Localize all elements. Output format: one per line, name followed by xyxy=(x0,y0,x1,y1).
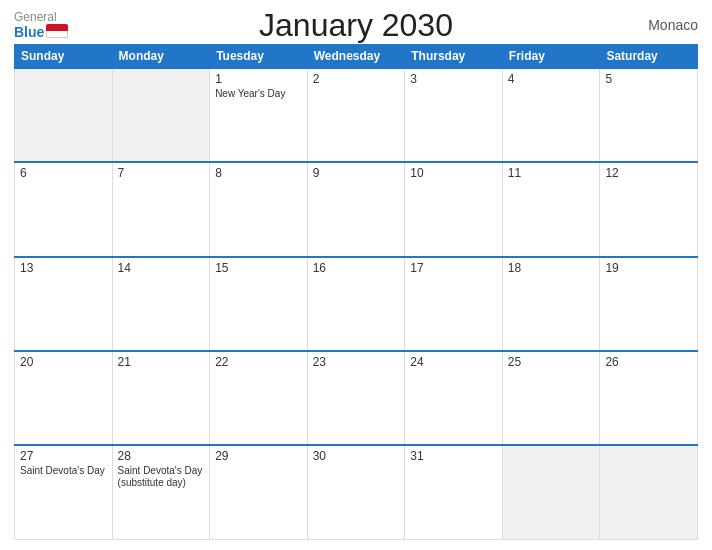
day-number: 12 xyxy=(605,166,692,180)
table-cell xyxy=(502,445,600,539)
region-label: Monaco xyxy=(648,17,698,33)
week-row-4: 20212223242526 xyxy=(15,351,698,445)
table-cell: 8 xyxy=(210,162,308,256)
day-number: 30 xyxy=(313,449,400,463)
day-headers-row: Sunday Monday Tuesday Wednesday Thursday… xyxy=(15,45,698,69)
day-number: 28 xyxy=(118,449,205,463)
table-cell: 27Saint Devota's Day xyxy=(15,445,113,539)
logo-blue-text: Blue xyxy=(14,24,44,40)
day-number: 27 xyxy=(20,449,107,463)
table-cell: 3 xyxy=(405,68,503,162)
day-number: 18 xyxy=(508,261,595,275)
day-number: 23 xyxy=(313,355,400,369)
week-row-2: 6789101112 xyxy=(15,162,698,256)
table-cell xyxy=(600,445,698,539)
day-number: 17 xyxy=(410,261,497,275)
day-number: 7 xyxy=(118,166,205,180)
header-saturday: Saturday xyxy=(600,45,698,69)
logo-general-text: General xyxy=(14,10,57,24)
header-monday: Monday xyxy=(112,45,210,69)
day-number: 4 xyxy=(508,72,595,86)
day-number: 6 xyxy=(20,166,107,180)
day-number: 21 xyxy=(118,355,205,369)
day-number: 25 xyxy=(508,355,595,369)
day-number: 1 xyxy=(215,72,302,86)
day-number: 29 xyxy=(215,449,302,463)
table-cell: 13 xyxy=(15,257,113,351)
monaco-flag-icon xyxy=(46,24,68,38)
header-thursday: Thursday xyxy=(405,45,503,69)
logo: General Blue xyxy=(14,10,68,40)
table-cell: 29 xyxy=(210,445,308,539)
day-number: 2 xyxy=(313,72,400,86)
table-cell: 2 xyxy=(307,68,405,162)
calendar-header: General Blue January 2030 Monaco xyxy=(14,10,698,40)
day-number: 20 xyxy=(20,355,107,369)
header-sunday: Sunday xyxy=(15,45,113,69)
calendar-container: General Blue January 2030 Monaco Sunday … xyxy=(0,0,712,550)
header-wednesday: Wednesday xyxy=(307,45,405,69)
day-number: 9 xyxy=(313,166,400,180)
table-cell: 4 xyxy=(502,68,600,162)
calendar-table: Sunday Monday Tuesday Wednesday Thursday… xyxy=(14,44,698,540)
day-number: 22 xyxy=(215,355,302,369)
table-cell: 17 xyxy=(405,257,503,351)
calendar-title: January 2030 xyxy=(259,7,453,44)
day-number: 3 xyxy=(410,72,497,86)
week-row-5: 27Saint Devota's Day28Saint Devota's Day… xyxy=(15,445,698,539)
week-row-3: 13141516171819 xyxy=(15,257,698,351)
table-cell: 5 xyxy=(600,68,698,162)
day-number: 16 xyxy=(313,261,400,275)
table-cell: 7 xyxy=(112,162,210,256)
table-cell xyxy=(15,68,113,162)
table-cell: 15 xyxy=(210,257,308,351)
day-number: 13 xyxy=(20,261,107,275)
day-number: 11 xyxy=(508,166,595,180)
table-cell: 23 xyxy=(307,351,405,445)
table-cell: 30 xyxy=(307,445,405,539)
table-cell xyxy=(112,68,210,162)
table-cell: 9 xyxy=(307,162,405,256)
table-cell: 18 xyxy=(502,257,600,351)
table-cell: 11 xyxy=(502,162,600,256)
day-number: 24 xyxy=(410,355,497,369)
table-cell: 21 xyxy=(112,351,210,445)
table-cell: 25 xyxy=(502,351,600,445)
table-cell: 12 xyxy=(600,162,698,256)
day-number: 19 xyxy=(605,261,692,275)
day-number: 10 xyxy=(410,166,497,180)
holiday-label: New Year's Day xyxy=(215,88,302,100)
table-cell: 14 xyxy=(112,257,210,351)
holiday-label: Saint Devota's Day (substitute day) xyxy=(118,465,205,489)
table-cell: 20 xyxy=(15,351,113,445)
header-friday: Friday xyxy=(502,45,600,69)
holiday-label: Saint Devota's Day xyxy=(20,465,107,477)
day-number: 5 xyxy=(605,72,692,86)
day-number: 8 xyxy=(215,166,302,180)
table-cell: 24 xyxy=(405,351,503,445)
table-cell: 28Saint Devota's Day (substitute day) xyxy=(112,445,210,539)
header-tuesday: Tuesday xyxy=(210,45,308,69)
table-cell: 26 xyxy=(600,351,698,445)
week-row-1: 1New Year's Day2345 xyxy=(15,68,698,162)
day-number: 31 xyxy=(410,449,497,463)
table-cell: 31 xyxy=(405,445,503,539)
table-cell: 22 xyxy=(210,351,308,445)
table-cell: 1New Year's Day xyxy=(210,68,308,162)
day-number: 14 xyxy=(118,261,205,275)
table-cell: 16 xyxy=(307,257,405,351)
table-cell: 10 xyxy=(405,162,503,256)
table-cell: 19 xyxy=(600,257,698,351)
day-number: 15 xyxy=(215,261,302,275)
day-number: 26 xyxy=(605,355,692,369)
table-cell: 6 xyxy=(15,162,113,256)
